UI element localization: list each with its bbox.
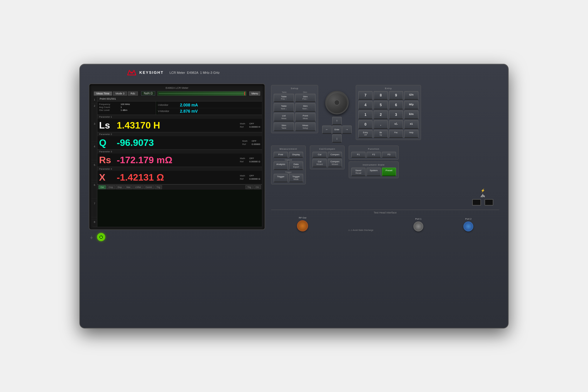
- compen-button[interactable]: Compen: [328, 152, 342, 158]
- save-recall-button[interactable]: Save/Recall: [351, 168, 365, 176]
- x1-button[interactable]: x1: [404, 120, 418, 129]
- num-4-button[interactable]: 4: [358, 101, 372, 109]
- bottom-tab-cor[interactable]: Cor: [98, 185, 106, 189]
- brand-name: KEYSIGHT: [139, 70, 163, 75]
- bottom-tab-trig2[interactable]: Trig: [245, 185, 253, 189]
- port2-label: Port 2: [465, 218, 471, 220]
- rf-out-label: RF Out: [299, 216, 306, 219]
- param1-header: Parameter 1: [97, 115, 262, 119]
- display-button[interactable]: Display: [289, 152, 303, 158]
- num-6-button[interactable]: 6: [389, 101, 403, 109]
- param1-value: 1.43170 H: [117, 120, 240, 131]
- capture-sublabel: Capture: [274, 159, 303, 161]
- menu-button[interactable]: Menu: [249, 91, 260, 96]
- power-button[interactable]: [97, 233, 105, 241]
- data-export-button[interactable]: DataExport: [289, 161, 303, 170]
- analysis-button[interactable]: Analysis: [274, 161, 288, 170]
- list-meas-button[interactable]: ListMeas: [274, 113, 294, 121]
- foc-button[interactable]: Foc: [389, 130, 403, 138]
- row-num-4: 4: [92, 144, 97, 160]
- stim-next-button[interactable]: StimNext ↓: [295, 103, 315, 112]
- cal-wizard-button[interactable]: CalWizard: [313, 159, 327, 167]
- up-arrow-button[interactable]: ↑: [332, 117, 342, 125]
- num-5-button[interactable]: 5: [374, 101, 388, 109]
- num-8-button[interactable]: 8: [374, 91, 388, 100]
- param2-value: -96.9073: [117, 137, 242, 148]
- stim-prev-button[interactable]: StimPrev ↑: [295, 94, 315, 102]
- setup-btn-grid: TablePrev ↑ StimPrev ↑ TableNext ↓ StimN…: [274, 94, 315, 131]
- table-prev-button[interactable]: TablePrev ↑: [274, 94, 294, 102]
- num-3-button[interactable]: 3: [389, 111, 403, 119]
- monitor-col: I-Monitor 2.008 mA V-Monitor 2.876 mV: [157, 101, 262, 115]
- decimal-button[interactable]: .: [374, 120, 388, 129]
- mu-button[interactable]: M/μ: [404, 101, 418, 109]
- bksp-button[interactable]: BkSp: [374, 130, 388, 138]
- entry-off-button[interactable]: EntryOff: [358, 130, 372, 138]
- cal-button[interactable]: Cal: [313, 152, 327, 158]
- num-2-button[interactable]: 2: [374, 111, 388, 119]
- meas-setup-button[interactable]: MeasSetup: [295, 123, 315, 131]
- lcd-content: 1 2 3 4 5 6 7 8: [92, 96, 262, 227]
- num-7-button[interactable]: 7: [358, 91, 372, 100]
- enter-button[interactable]: Enter: [332, 126, 342, 134]
- instrument-header: KEYSIGHT LCR Meter E4982A 1 MHz-3 GHz: [127, 70, 220, 76]
- pmtr-button[interactable]: Pmtr: [274, 152, 288, 158]
- usb-port-2[interactable]: [485, 199, 493, 206]
- bottom-tab-man[interactable]: Man: [124, 185, 133, 189]
- param2-header: Parameter 2: [97, 132, 262, 136]
- v-monitor-row: V-Monitor 2.876 mV: [158, 108, 261, 114]
- stim-table-button[interactable]: StimTable: [274, 123, 294, 131]
- usb-port-1[interactable]: [472, 199, 481, 206]
- param1-math-row: Math OFF: [240, 122, 260, 125]
- right-panel: Setup Table Stim TablePrev ↑ StimPrev ↑ …: [271, 85, 499, 322]
- rf-out-connector[interactable]: [297, 220, 308, 231]
- port1-connector[interactable]: [413, 221, 423, 231]
- bottom-tab-corrmt[interactable]: Corrmt: [143, 185, 154, 189]
- lcd-screen: Meas Time Mode 3 Rdc NaN Ω Menu: [92, 90, 262, 227]
- bottom-tab-disp[interactable]: Disp: [116, 185, 124, 189]
- bottom-tab-chl[interactable]: Chl: [253, 185, 261, 189]
- f3-button[interactable]: F3: [382, 152, 396, 158]
- gn-button[interactable]: G/n: [404, 91, 418, 100]
- km-button[interactable]: k/m: [404, 111, 418, 119]
- num-9-button[interactable]: 9: [389, 91, 403, 100]
- down-arrow-button[interactable]: ↓: [332, 134, 342, 143]
- param2-ref-row: Ref 0.00000: [242, 143, 260, 146]
- system-button[interactable]: System: [367, 168, 381, 176]
- table-next-button[interactable]: TableNext ↓: [274, 103, 294, 112]
- ground-symbol: ⏚: [90, 235, 93, 239]
- bottom-tab-cmp[interactable]: Cmp: [106, 185, 115, 189]
- arrow-cluster: ↑ ← Enter → ↓: [322, 117, 352, 143]
- f1-button[interactable]: F1: [351, 152, 365, 158]
- tab-rdc[interactable]: Rdc: [128, 91, 138, 96]
- bottom-tab-trig[interactable]: Trig: [155, 185, 162, 189]
- point-meas-button[interactable]: PointMeas: [295, 113, 315, 121]
- rotary-knob[interactable]: [325, 91, 349, 114]
- trigger-subsection: Trigger Trigger TriggerMode: [274, 171, 303, 182]
- trigger-mode-button[interactable]: TriggerMode: [289, 174, 303, 182]
- osc-level-value: 1 dBm: [121, 109, 127, 111]
- compen-wizard-button[interactable]: CompenWizard: [328, 159, 342, 167]
- usb-icon: ⚡: [481, 189, 485, 193]
- tab-mode3[interactable]: Mode 3: [113, 91, 127, 96]
- cal-compen-btn-grid: Cal Compen CalWizard CompenWizard: [313, 152, 342, 168]
- num-1-button[interactable]: 1: [358, 111, 372, 119]
- f2-button[interactable]: F2: [367, 152, 381, 158]
- num-0-button[interactable]: 0: [358, 120, 372, 129]
- param2-main-row: Q -96.9073 Math OFF Ref 0.0000: [97, 136, 262, 149]
- tab-meas-time[interactable]: Meas Time: [94, 91, 112, 96]
- bottom-tab-lsrat[interactable]: LSRat: [133, 185, 143, 189]
- help-button[interactable]: Help: [404, 130, 418, 138]
- port2-connector[interactable]: [463, 221, 473, 231]
- trigger-button[interactable]: Trigger: [274, 174, 288, 182]
- plusminus-button[interactable]: +/-: [389, 120, 403, 129]
- usb-ports: [472, 199, 493, 206]
- left-arrow-button[interactable]: ←: [322, 126, 332, 134]
- param4-value: -1.42131 Ω: [117, 172, 240, 183]
- right-arrow-button[interactable]: →: [342, 126, 352, 134]
- osc-level-label: Osc Level: [99, 109, 118, 111]
- instrument-body: KEYSIGHT LCR Meter E4982A 1 MHz-3 GHz E4…: [79, 64, 509, 328]
- preset-button[interactable]: Preset: [382, 168, 396, 176]
- row-num-7: 7: [92, 201, 97, 217]
- param1-ref-row: Ref 0.00000 H: [240, 126, 260, 128]
